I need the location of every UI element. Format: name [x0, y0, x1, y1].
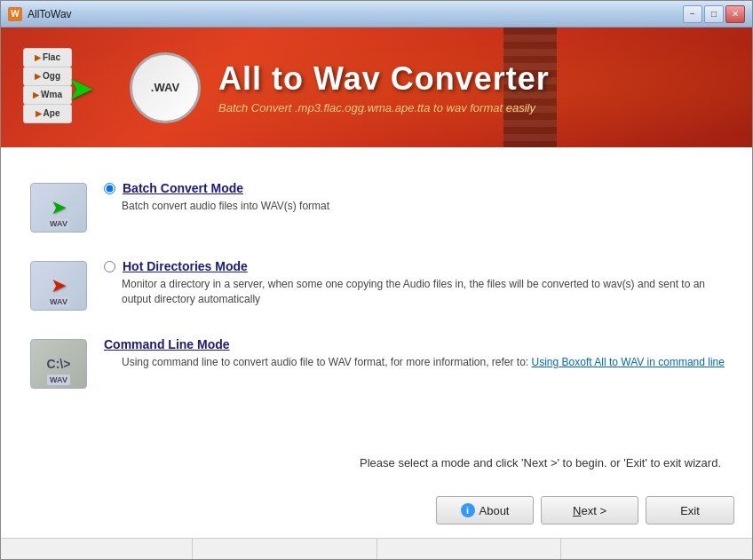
hot-mode-desc: Monitor a directory in a server, when so… [104, 277, 725, 307]
cmdline-mode-item: C:\> WAV Command Line Mode Using command… [28, 330, 725, 398]
batch-wav-label: WAV [47, 218, 70, 229]
ape-icon: ▶Ape [23, 104, 72, 123]
status-panel-2 [193, 539, 377, 559]
cmd-wav-label: WAV [47, 375, 70, 385]
title-bar: W AllToWav − □ ✕ [1, 1, 752, 28]
wav-target-icon: .WAV [130, 52, 201, 123]
cmdline-mode-desc: Using command line to convert audio file… [104, 355, 725, 370]
convert-arrow-icon: ➤ [67, 70, 94, 107]
about-label: About [480, 504, 510, 517]
hot-wav-label: WAV [47, 296, 70, 307]
cmdline-mode-title[interactable]: Command Line Mode [104, 337, 230, 351]
status-bar [1, 538, 752, 559]
hot-mode-title[interactable]: Hot Directories Mode [123, 259, 248, 273]
title-bar-left: W AllToWav [8, 7, 72, 21]
hot-mode-radio[interactable] [104, 261, 115, 272]
app-title: All to Wav Converter [218, 60, 550, 98]
status-panel-1 [8, 539, 193, 559]
main-content: ➤ WAV Batch Convert Mode Batch convert a… [1, 147, 752, 487]
cmdline-desc-text: Using command line to convert audio file… [122, 356, 528, 368]
hot-mode-header: Hot Directories Mode [104, 259, 725, 273]
batch-mode-desc: Batch convert audio files into WAV(s) fo… [104, 199, 725, 214]
hot-mode-content: Hot Directories Mode Monitor a directory… [104, 259, 725, 307]
hot-directories-mode-item: ➤ WAV Hot Directories Mode Monitor a dir… [28, 252, 725, 319]
status-panel-3 [377, 539, 562, 559]
maximize-button[interactable]: □ [704, 5, 724, 23]
header-logos: ▶Flac ▶Ogg ▶Wma ▶Ape ➤ .WAV [19, 43, 201, 132]
wma-icon: ▶Wma [23, 85, 72, 105]
next-label: Next > [573, 504, 606, 517]
batch-arrow-icon: ➤ [51, 196, 67, 219]
batch-convert-mode-item: ➤ WAV Batch Convert Mode Batch convert a… [28, 174, 725, 241]
app-subtitle: Batch Convert .mp3.flac.ogg.wma.ape.tta … [218, 101, 550, 114]
batch-mode-title[interactable]: Batch Convert Mode [123, 181, 243, 195]
batch-mode-header: Batch Convert Mode [104, 181, 725, 195]
info-icon: i [461, 503, 475, 517]
batch-mode-content: Batch Convert Mode Batch convert audio f… [104, 181, 725, 214]
window-title: AllToWav [28, 8, 72, 20]
flac-icon: ▶Flac [23, 48, 72, 67]
window-controls: − □ ✕ [683, 5, 745, 23]
minimize-button[interactable]: − [683, 5, 702, 23]
batch-mode-radio[interactable] [104, 183, 115, 194]
file-icons-stack: ▶Flac ▶Ogg ▶Wma ▶Ape ➤ [19, 43, 116, 132]
status-panel-4 [561, 539, 745, 559]
cmdline-mode-content: Command Line Mode Using command line to … [104, 337, 725, 370]
ogg-icon: ▶Ogg [23, 67, 72, 86]
main-window: W AllToWav − □ ✕ ▶Flac ▶Ogg ▶Wma [0, 0, 753, 560]
header-banner: ▶Flac ▶Ogg ▶Wma ▶Ape ➤ .WAV A [1, 28, 752, 147]
mode-list: ➤ WAV Batch Convert Mode Batch convert a… [28, 165, 725, 447]
cmd-mode-icon: C:\> WAV [28, 337, 90, 390]
cmd-icon-bg: C:\> WAV [30, 339, 87, 389]
next-button[interactable]: Next > [541, 496, 638, 525]
hot-icon-bg: ➤ WAV [30, 261, 87, 311]
app-icon: W [8, 7, 22, 21]
header-text: All to Wav Converter Batch Convert .mp3.… [218, 60, 550, 114]
hot-mode-icon: ➤ WAV [28, 259, 90, 312]
exit-button[interactable]: Exit [646, 496, 734, 525]
batch-mode-icon: ➤ WAV [28, 181, 90, 234]
cmdline-mode-header: Command Line Mode [104, 337, 725, 351]
status-message: Please select a mode and click 'Next >' … [28, 456, 725, 469]
about-button[interactable]: i About [436, 496, 534, 525]
hot-arrow-icon: ➤ [51, 274, 67, 297]
cmdline-help-link[interactable]: Using Boxoft All to WAV in command line [532, 356, 725, 368]
exit-label: Exit [680, 504, 700, 517]
close-button[interactable]: ✕ [725, 5, 745, 23]
batch-icon-bg: ➤ WAV [30, 183, 87, 233]
cmd-symbol-icon: C:\> [47, 357, 71, 371]
button-bar: i About Next > Exit [1, 487, 752, 538]
